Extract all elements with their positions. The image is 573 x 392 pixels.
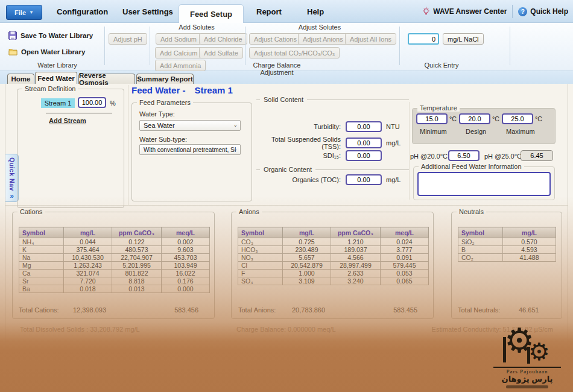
additional-info-textarea[interactable] (417, 172, 551, 196)
quick-help-link[interactable]: ? Quick Help (518, 7, 568, 16)
page-title-prefix: Feed Water - (131, 85, 185, 95)
total-neutrals-mgl: 46.651 (519, 306, 539, 314)
save-to-water-library-button[interactable]: Save To Water Library (8, 31, 93, 40)
table-cell: 0.053 (381, 270, 429, 277)
table-row: F1.0002.6330.053 (238, 270, 429, 277)
wave-answer-center-link[interactable]: WAVE Answer Center (422, 7, 507, 16)
content-area: Quick Nav » Stream Definition Stream 1 %… (0, 84, 573, 392)
quick-help-label: Quick Help (530, 7, 568, 16)
temperature-maximum-unit: °C (535, 115, 542, 122)
table-cell: 4.593 (503, 246, 556, 254)
add-calcium-button[interactable]: Add Calcium (155, 47, 202, 58)
ph-20-input[interactable] (448, 150, 480, 161)
table-cell: CO₂ (458, 254, 503, 262)
ribbon-separator (245, 27, 245, 65)
table-cell: 1,263.243 (64, 262, 112, 270)
table-cell: 103.949 (162, 262, 210, 270)
table-row: NO₃5.6574.5660.091 (238, 254, 429, 262)
wave-answer-center-label: WAVE Answer Center (433, 7, 507, 16)
menu-help[interactable]: Help (303, 0, 328, 23)
add-stream-link[interactable]: Add Stream (49, 117, 86, 124)
turbidity-input[interactable] (346, 121, 382, 132)
table-cell: 1.210 (331, 238, 381, 246)
temperature-maximum-input[interactable] (502, 113, 533, 124)
stream-panel-divider (128, 85, 128, 206)
tab-reverse-osmosis[interactable]: Reverse Osmosis (78, 74, 135, 84)
percent-unit-label: % (110, 100, 116, 107)
anions-label: Anions (236, 208, 262, 215)
tss-input[interactable] (346, 138, 382, 148)
file-menu-button[interactable]: File ▼ (6, 5, 42, 20)
cations-total-row: Total Cations: 12,398.093 583.456 (13, 306, 214, 315)
menu-report[interactable]: Report (253, 0, 285, 23)
ph-25-value (521, 150, 553, 161)
water-sub-type-select[interactable]: With conventional pretreatment, SI ⌄ (139, 144, 241, 155)
quick-entry-unit-button[interactable]: mg/L NaCl (443, 33, 484, 45)
table-cell: 22,704.907 (112, 254, 162, 262)
total-cations-label: Total Cations: (19, 306, 59, 314)
table-row: Na10,430.53022,704.907453.703 (19, 254, 210, 262)
solid-content-section: Solid Content Turbidity: NTU Total Suspe… (256, 96, 409, 201)
table-cell: 3.777 (381, 246, 429, 254)
ribbon-separator (510, 27, 510, 65)
quick-entry-input[interactable] (408, 33, 439, 45)
turbidity-unit: NTU (386, 123, 400, 130)
chevron-down-icon: ⌄ (233, 146, 238, 152)
feed-parameters-groupbox: Feed Parameters Water Type: Sea Water ⌄ … (131, 103, 252, 201)
additional-info-label: Additional Feed Water Information (419, 163, 524, 170)
lamp-icon (422, 7, 430, 16)
organic-content-header: Organic Content (256, 166, 409, 173)
table-header: Symbol (19, 227, 64, 238)
add-chloride-button[interactable]: Add Chloride (199, 33, 247, 45)
adjust-ph-button[interactable]: Adjust pH (109, 33, 147, 45)
table-cell: 0.091 (381, 254, 429, 262)
add-sulfate-button[interactable]: Add Sulfate (199, 47, 243, 58)
add-sodium-button[interactable]: Add Sodium (156, 33, 201, 45)
sdi-input[interactable] (346, 150, 382, 161)
stream-percent-input[interactable] (78, 97, 106, 108)
water-type-select[interactable]: Sea Water ⌄ (139, 120, 241, 131)
table-row: CO₂41.488 (458, 254, 556, 262)
table-cell: 321.074 (64, 270, 112, 277)
table-cell: 0.725 (283, 238, 331, 246)
total-cations-meql: 583.456 (174, 306, 198, 314)
adjust-anions-button[interactable]: Adjust Anions (298, 33, 348, 45)
help-icon: ? (518, 7, 527, 16)
temperature-minimum-input[interactable] (416, 113, 448, 124)
menu-feed-setup[interactable]: Feed Setup (179, 4, 244, 23)
neutrals-table: Symbolmg/LSiO₂0.570B4.593CO₂41.488 (458, 227, 556, 262)
quick-nav-label: Quick Nav (8, 157, 16, 191)
solid-content-label: Solid Content (264, 96, 303, 103)
temperature-design-unit: °C (492, 115, 499, 122)
total-anions-meql: 583.455 (393, 306, 417, 314)
temperature-design-input[interactable] (459, 113, 490, 124)
sdi-label: SDI₁₅: (256, 152, 346, 159)
table-cell: 41.488 (503, 254, 556, 262)
solid-content-divider (409, 102, 410, 200)
temperature-label: Temperature (417, 104, 460, 112)
table-cell: 7.720 (64, 277, 112, 285)
charge-balance-group-label: Charge Balance Adjustment (237, 62, 317, 76)
table-cell: 0.044 (64, 238, 112, 246)
file-menu-label: File (14, 9, 26, 16)
page-title-stream: Stream 1 (194, 85, 232, 95)
tab-summary-report[interactable]: Summary Report (136, 74, 194, 84)
toc-input[interactable] (346, 174, 382, 185)
chevron-right-icon: » (10, 194, 14, 198)
tab-home[interactable]: Home (7, 74, 34, 84)
adjust-total-co2-button[interactable]: Adjust total CO₂/HCO₃/CO₃ (249, 47, 340, 58)
turbidity-label: Turbidity: (256, 123, 346, 130)
adjust-cations-button[interactable]: Adjust Cations (249, 33, 302, 45)
adjust-all-ions-button[interactable]: Adjust All Ions (345, 33, 396, 45)
table-cell: SO₄ (238, 277, 283, 285)
conductivity-value: Estimated Conductivity: 51,575.82 µS/cm (432, 326, 553, 333)
menu-user-settings[interactable]: User Settings (119, 0, 177, 23)
table-cell: 10,430.530 (64, 254, 112, 262)
quick-entry-group-label: Quick Entry (405, 62, 478, 69)
add-ammonia-button[interactable]: Add Ammonia (155, 60, 206, 71)
open-water-library-button[interactable]: Open Water Library (8, 48, 85, 55)
stream-1-chip[interactable]: Stream 1 (41, 98, 75, 108)
panel-border-right (568, 84, 568, 392)
menu-configuration[interactable]: Configuration (53, 0, 112, 23)
tab-feed-water[interactable]: Feed Water (35, 72, 77, 84)
